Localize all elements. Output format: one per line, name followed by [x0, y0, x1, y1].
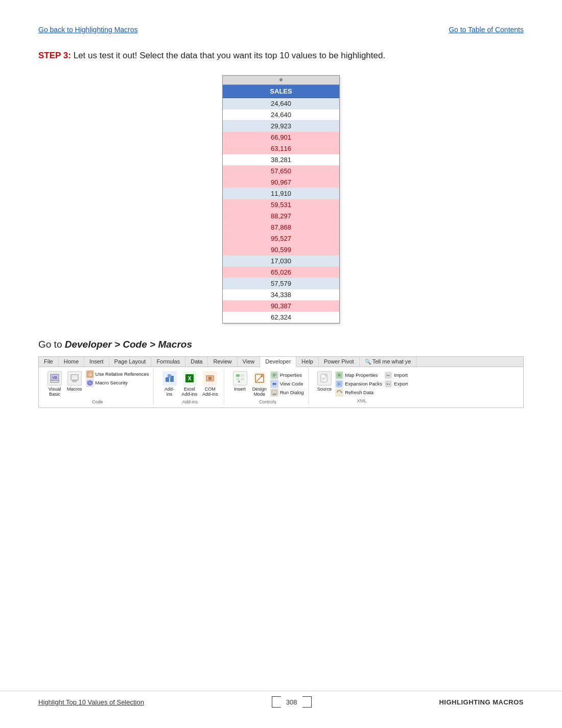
- excel-cell: 88,297: [223, 212, 339, 220]
- xml-group-label: XML: [357, 398, 367, 403]
- relative-ref-icon: [86, 370, 94, 378]
- excel-row: 24,640: [223, 98, 339, 109]
- tab-home[interactable]: Home: [59, 357, 84, 367]
- svg-rect-13: [168, 374, 171, 378]
- step-label: STEP 3:: [38, 51, 71, 60]
- step-text: Let us test it out! Select the data that…: [74, 51, 386, 60]
- ribbon-design-mode[interactable]: DesignMode: [251, 370, 268, 398]
- tab-insert[interactable]: Insert: [84, 357, 109, 367]
- add-ins-label: Add-ins: [165, 386, 174, 397]
- excel-cell: 38,281: [223, 156, 339, 164]
- view-code-label: View Code: [280, 381, 303, 386]
- expansion-packs-item[interactable]: E Expansion Packs: [335, 380, 382, 388]
- svg-rect-6: [73, 380, 77, 382]
- tab-help[interactable]: Help: [296, 357, 319, 367]
- export-item[interactable]: Ex Export: [384, 380, 408, 388]
- excel-cell: 11,910: [223, 190, 339, 197]
- controls-group-items: Insert DesignMode: [231, 370, 304, 398]
- ribbon-macros[interactable]: Macros: [65, 370, 84, 398]
- code-group-items: VB VisualBasic: [46, 370, 149, 398]
- svg-rect-7: [87, 372, 92, 377]
- tab-data[interactable]: Data: [185, 357, 208, 367]
- tab-review[interactable]: Review: [208, 357, 237, 367]
- insert-control-icon: [233, 371, 247, 385]
- visual-basic-icon: VB: [48, 371, 62, 385]
- excel-row: 63,116: [223, 143, 339, 154]
- ribbon-group-addins: Add-ins X ExcelAdd-ins: [157, 369, 224, 405]
- excel-cell: 57,650: [223, 167, 339, 175]
- ribbon: File Home Insert Page Layout Formulas Da…: [38, 356, 524, 408]
- toc-link[interactable]: Go to Table of Contents: [449, 26, 524, 34]
- excel-cell: 95,527: [223, 235, 339, 242]
- expansion-packs-icon: E: [335, 380, 343, 388]
- ribbon-add-ins[interactable]: Add-ins: [161, 370, 178, 398]
- page-number: 308: [281, 697, 302, 707]
- back-link[interactable]: Go back to Highlighting Macros: [38, 26, 138, 34]
- excel-row: 90,387: [223, 301, 339, 312]
- excel-row: 38,281: [223, 154, 339, 166]
- map-properties-item[interactable]: M Map Properties: [335, 371, 382, 379]
- svg-text:VB: VB: [52, 376, 57, 379]
- export-label: Export: [394, 381, 408, 386]
- excel-row: 62,324: [223, 312, 339, 323]
- code-group-label: Code: [92, 399, 103, 404]
- svg-rect-22: [241, 378, 244, 380]
- excel-row: 90,599: [223, 244, 339, 256]
- tab-power-pivot[interactable]: Power Pivot: [319, 357, 360, 367]
- use-relative-references[interactable]: Use Relative References: [86, 370, 149, 378]
- design-mode-icon: [252, 371, 267, 385]
- addins-group-label: Add-ins: [182, 399, 198, 404]
- ribbon-com-addins[interactable]: COMAdd-ins: [201, 370, 220, 398]
- excel-cell: 29,923: [223, 122, 339, 130]
- ribbon-body: VB VisualBasic: [39, 367, 523, 407]
- ribbon-insert-control[interactable]: Insert: [231, 370, 249, 398]
- excel-title-dot: [279, 78, 283, 81]
- excel-row: 95,527: [223, 233, 339, 244]
- ribbon-group-code: VB VisualBasic: [42, 369, 154, 405]
- import-label: Import: [394, 372, 408, 378]
- run-dialog-label: Run Dialog: [280, 390, 304, 395]
- import-icon: Im: [384, 371, 392, 379]
- excel-cell: 90,599: [223, 246, 339, 254]
- refresh-data-label: Refresh Data: [345, 390, 373, 395]
- excel-row: 24,640: [223, 109, 339, 121]
- tab-file[interactable]: File: [39, 357, 59, 367]
- xml-sub-items2: Im Import Ex Export: [384, 371, 408, 397]
- ribbon-visual-basic[interactable]: VB VisualBasic: [46, 370, 63, 398]
- run-dialog-item[interactable]: Run Dialog: [270, 389, 304, 397]
- excel-cell: 90,967: [223, 178, 339, 186]
- run-dialog-icon: [270, 389, 278, 397]
- ribbon-source[interactable]: Source: [316, 370, 334, 397]
- goto-path: Developer > Code > Macros: [65, 339, 192, 350]
- xml-group-items: Source M Map Properties E: [316, 370, 408, 397]
- refresh-data-icon: [335, 389, 343, 397]
- excel-row: 17,030: [223, 256, 339, 267]
- import-item[interactable]: Im Import: [384, 371, 408, 379]
- insert-control-label: Insert: [234, 386, 246, 392]
- excel-row: 34,338: [223, 289, 339, 301]
- addins-group-items: Add-ins X ExcelAdd-ins: [161, 370, 220, 398]
- tab-formulas[interactable]: Formulas: [151, 357, 185, 367]
- com-addins-label: COMAdd-ins: [202, 386, 218, 397]
- excel-row: 87,868: [223, 222, 339, 233]
- tab-tell-me[interactable]: 🔍 Tell me what ye: [360, 357, 417, 367]
- ribbon-excel-addins[interactable]: X ExcelAdd-ins: [180, 370, 199, 398]
- tab-view[interactable]: View: [238, 357, 261, 367]
- excel-addins-label: ExcelAdd-ins: [182, 386, 198, 397]
- tab-developer[interactable]: Developer: [260, 357, 296, 367]
- svg-rect-21: [236, 378, 240, 380]
- code-sub-items: Use Relative References ✓ Macro Security: [86, 370, 149, 398]
- refresh-data-item[interactable]: Refresh Data: [335, 389, 382, 397]
- svg-rect-23: [238, 381, 240, 382]
- visual-basic-label: VisualBasic: [49, 386, 61, 397]
- properties-item[interactable]: Properties: [270, 371, 304, 379]
- excel-cell: 90,387: [223, 302, 339, 310]
- svg-rect-19: [236, 374, 240, 377]
- tab-page-layout[interactable]: Page Layout: [109, 357, 152, 367]
- excel-cell: 34,338: [223, 291, 339, 299]
- excel-cell: 63,116: [223, 145, 339, 152]
- macro-security[interactable]: ✓ Macro Security: [86, 379, 149, 387]
- controls-group-label: Controls: [259, 399, 276, 404]
- view-code-item[interactable]: View Code: [270, 380, 304, 388]
- svg-point-18: [208, 377, 212, 380]
